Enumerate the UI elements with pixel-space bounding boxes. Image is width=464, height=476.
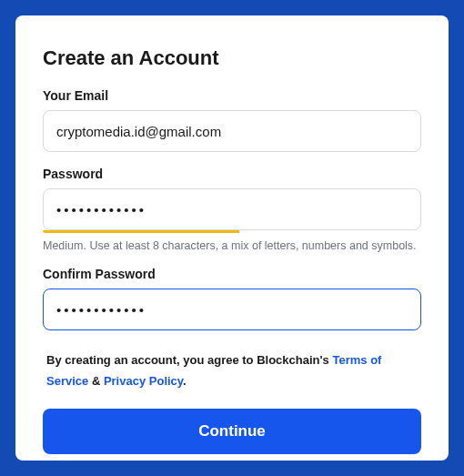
password-strength-text: Medium. Use at least 8 characters, a mix… — [43, 238, 421, 254]
password-field-group: Password Medium. Use at least 8 characte… — [43, 167, 421, 254]
email-label: Your Email — [43, 88, 421, 103]
signup-card: Create an Account Your Email Password Me… — [15, 15, 449, 461]
password-label: Password — [43, 167, 421, 181]
continue-button[interactable]: Continue — [43, 409, 421, 454]
agreement-prefix: By creating an account, you agree to Blo… — [46, 353, 332, 367]
confirm-password-input[interactable] — [43, 289, 421, 330]
agreement-text: By creating an account, you agree to Blo… — [43, 350, 421, 392]
privacy-policy-link[interactable]: Privacy Policy — [104, 374, 183, 388]
password-input[interactable] — [43, 188, 421, 230]
agreement-connector: & — [88, 374, 104, 388]
email-field-group: Your Email — [43, 88, 421, 152]
agreement-suffix: . — [183, 374, 187, 388]
confirm-label: Confirm Password — [43, 267, 421, 281]
email-input[interactable] — [43, 110, 421, 152]
password-strength-bar — [43, 230, 239, 233]
page-title: Create an Account — [43, 46, 421, 70]
confirm-field-group: Confirm Password — [43, 267, 421, 330]
